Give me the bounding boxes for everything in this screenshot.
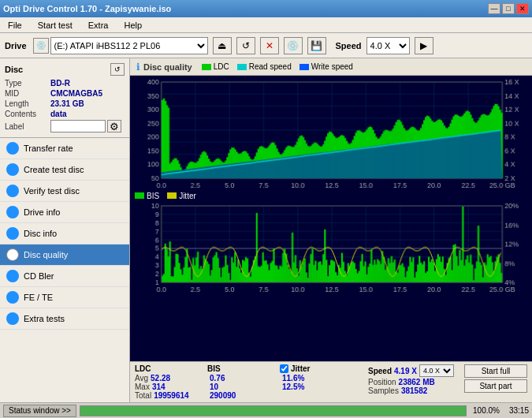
legend-jitter: Jitter bbox=[167, 192, 196, 200]
chart2-legend: BIS Jitter bbox=[132, 191, 530, 201]
disc-refresh-btn[interactable]: ↺ bbox=[110, 63, 125, 76]
stats-bis-avg: 0.76 bbox=[207, 374, 278, 383]
stats-ldc-max: Max 314 bbox=[135, 383, 206, 391]
stats-samples-row: Samples 381582 bbox=[368, 386, 463, 395]
jitter-checkbox[interactable] bbox=[280, 364, 288, 373]
speed-combo-select[interactable]: 4.0 X bbox=[419, 364, 454, 377]
disc-label-btn[interactable]: ⚙ bbox=[107, 120, 121, 132]
legend-ldc: LDC bbox=[202, 62, 229, 71]
stats-ldc-total: Total 19959614 bbox=[135, 391, 206, 400]
time-display: 33:15 bbox=[509, 406, 529, 415]
title-text: Opti Drive Control 1.70 - Zapisywanie.is… bbox=[3, 4, 171, 13]
disc-label-row: Label ⚙ bbox=[5, 120, 125, 132]
legend-bis: BIS bbox=[135, 192, 159, 200]
stats-speed: Speed 4.19 X 4.0 X Position 23862 MB Sam… bbox=[368, 364, 463, 395]
progress-bar bbox=[80, 405, 467, 416]
disc-contents-row: Contents data bbox=[5, 110, 125, 118]
disc-button[interactable]: 💿 bbox=[284, 37, 303, 54]
speed-btn[interactable]: ▶ bbox=[415, 37, 433, 54]
disc-quality-icon bbox=[6, 248, 19, 261]
sidebar-item-fe-te[interactable]: FE / TE bbox=[0, 287, 129, 308]
close-button[interactable]: ✕ bbox=[516, 3, 529, 14]
stats-speed-row: Speed 4.19 X 4.0 X bbox=[368, 364, 463, 377]
maximize-button[interactable]: □ bbox=[502, 3, 515, 14]
create-test-disc-icon bbox=[6, 163, 19, 176]
title-buttons: — □ ✕ bbox=[488, 3, 529, 14]
progress-percent: 100.0% bbox=[473, 406, 500, 415]
sidebar-item-disc-quality[interactable]: Disc quality bbox=[0, 244, 129, 266]
stats-bis-total: 290090 bbox=[207, 391, 278, 400]
charts-area: BIS Jitter bbox=[130, 76, 532, 361]
stats-ldc-header: LDC bbox=[135, 364, 206, 373]
menu-extra[interactable]: Extra bbox=[84, 19, 113, 32]
stats-ldc-avg: Avg 52.28 bbox=[135, 374, 206, 383]
disc-info-icon bbox=[6, 227, 19, 240]
stats-ldc: LDC Avg 52.28 Max 314 Total 19959614 bbox=[135, 364, 206, 400]
transfer-rate-icon bbox=[6, 142, 19, 155]
main-content: Disc ↺ Type BD-R MID CMCMAGBA5 Length 23… bbox=[0, 58, 532, 402]
stats-jitter-max: 12.5% bbox=[280, 383, 366, 391]
disc-label-input[interactable] bbox=[50, 120, 106, 132]
status-bar: Status window >> 100.0% 33:15 bbox=[0, 402, 532, 418]
chart-legend: LDC Read speed Write speed bbox=[202, 62, 353, 71]
menu-help[interactable]: Help bbox=[119, 19, 147, 32]
start-full-button[interactable]: Start full bbox=[464, 364, 527, 378]
progress-fill bbox=[80, 406, 466, 416]
sidebar-item-verify-test-disc[interactable]: Verify test disc bbox=[0, 181, 129, 202]
cd-bler-icon bbox=[6, 270, 19, 282]
stats-jitter: Jitter 11.6% 12.5% bbox=[280, 364, 366, 391]
legend-write-speed: Write speed bbox=[299, 62, 353, 71]
sidebar: Disc ↺ Type BD-R MID CMCMAGBA5 Length 23… bbox=[0, 58, 130, 402]
right-panel: ℹ Disc quality LDC Read speed Write spee… bbox=[130, 58, 532, 402]
speed-label: Speed bbox=[336, 41, 362, 50]
stats-bar: LDC Avg 52.28 Max 314 Total 19959614 BIS bbox=[130, 361, 532, 402]
menu-start-test[interactable]: Start test bbox=[33, 19, 77, 32]
legend-read-speed-color bbox=[237, 64, 247, 70]
extra-tests-icon bbox=[6, 312, 19, 325]
verify-test-disc-icon bbox=[6, 185, 19, 197]
bis-chart bbox=[132, 201, 530, 295]
sidebar-item-drive-info[interactable]: Drive info bbox=[0, 202, 129, 223]
disc-length-row: Length 23.31 GB bbox=[5, 99, 125, 108]
sidebar-item-disc-info[interactable]: Disc info bbox=[0, 223, 129, 244]
save-button[interactable]: 💾 bbox=[307, 37, 326, 54]
erase-button[interactable]: ✕ bbox=[260, 37, 279, 54]
stats-position-row: Position 23862 MB bbox=[368, 378, 463, 386]
stats-buttons: Start full Start part bbox=[464, 364, 532, 393]
disc-type-row: Type BD-R bbox=[5, 79, 125, 88]
legend-write-speed-color bbox=[299, 64, 309, 70]
drive-select[interactable]: (E:) ATAPI iHBS112 2 PL06 bbox=[50, 37, 208, 54]
legend-read-speed: Read speed bbox=[237, 62, 292, 71]
refresh-button[interactable]: ↺ bbox=[236, 37, 255, 54]
sidebar-item-create-test-disc[interactable]: Create test disc bbox=[0, 159, 129, 181]
eject-button[interactable]: ⏏ bbox=[213, 37, 232, 54]
status-window-button[interactable]: Status window >> bbox=[3, 405, 76, 417]
disc-mid-row: MID CMCMAGBA5 bbox=[5, 89, 125, 98]
sidebar-item-transfer-rate[interactable]: Transfer rate bbox=[0, 138, 129, 159]
disc-title: Disc ↺ bbox=[5, 63, 125, 76]
drive-info-icon bbox=[6, 206, 19, 218]
sidebar-item-extra-tests[interactable]: Extra tests bbox=[0, 308, 129, 330]
sidebar-item-cd-bler[interactable]: CD Bler bbox=[0, 266, 129, 287]
minimize-button[interactable]: — bbox=[488, 3, 500, 14]
drive-icon: 💿 bbox=[33, 38, 49, 54]
legend-bis-color bbox=[135, 192, 144, 199]
nav-list: Transfer rate Create test disc Verify te… bbox=[0, 138, 129, 330]
menu-bar: File Start test Extra Help bbox=[0, 17, 532, 33]
stats-bis: BIS 0.76 10 290090 bbox=[207, 364, 278, 400]
disc-info-panel: Disc ↺ Type BD-R MID CMCMAGBA5 Length 23… bbox=[0, 58, 129, 138]
panel-icon: ℹ bbox=[136, 62, 140, 73]
panel-header: ℹ Disc quality LDC Read speed Write spee… bbox=[130, 58, 532, 76]
stats-jitter-avg: 11.6% bbox=[280, 374, 366, 383]
legend-jitter-color bbox=[167, 192, 177, 199]
legend-ldc-color bbox=[202, 64, 211, 70]
menu-file[interactable]: File bbox=[3, 19, 27, 32]
speed-select[interactable]: 4.0 X bbox=[366, 37, 410, 54]
drive-label: Drive bbox=[5, 41, 27, 50]
stats-jitter-header: Jitter bbox=[280, 364, 366, 373]
stats-bis-max: 10 bbox=[207, 383, 278, 391]
title-bar: Opti Drive Control 1.70 - Zapisywanie.is… bbox=[0, 0, 532, 17]
fe-te-icon bbox=[6, 291, 19, 304]
start-part-button[interactable]: Start part bbox=[464, 379, 527, 393]
stats-bis-header: BIS bbox=[207, 364, 278, 373]
